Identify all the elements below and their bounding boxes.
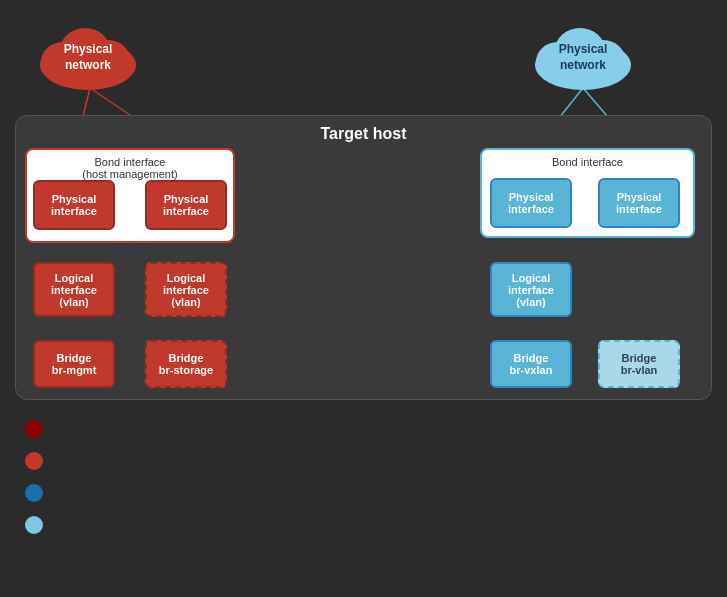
cloud-left-label: Physicalnetwork [64, 42, 113, 73]
legend-dot-dark-red [25, 420, 43, 438]
legend-dot-red [25, 452, 43, 470]
logical-interface-right-1: Logicalinterface(vlan) [490, 262, 572, 317]
legend [25, 420, 53, 548]
bond-right-label: Bond interface [490, 156, 685, 168]
bond-left-label: Bond interface(host management) [35, 156, 225, 180]
bridge-left-1: Bridgebr-mgmt [33, 340, 115, 388]
bridge-right-1: Bridgebr-vxlan [490, 340, 572, 388]
phys-interface-right-1: Physicalinterface [490, 178, 572, 228]
legend-item-2 [25, 452, 53, 470]
cloud-right-label: Physicalnetwork [559, 42, 608, 73]
legend-item-1 [25, 420, 53, 438]
cloud-right: Physicalnetwork [528, 20, 638, 95]
phys-interface-right-2: Physicalinterface [598, 178, 680, 228]
legend-item-3 [25, 484, 53, 502]
legend-item-4 [25, 516, 53, 534]
bridge-right-2: Bridgebr-vlan [598, 340, 680, 388]
target-host-label: Target host [321, 125, 407, 143]
legend-dot-dark-blue [25, 484, 43, 502]
phys-interface-left-2: Physicalinterface [145, 180, 227, 230]
phys-interface-left-1: Physicalinterface [33, 180, 115, 230]
logical-interface-left-2: Logicalinterface(vlan) [145, 262, 227, 317]
diagram-container: Physicalnetwork Physicalnetwork Target h… [0, 0, 727, 597]
logical-interface-left-1: Logicalinterface(vlan) [33, 262, 115, 317]
cloud-left: Physicalnetwork [33, 20, 143, 95]
bridge-left-2: Bridgebr-storage [145, 340, 227, 388]
legend-dot-light-blue [25, 516, 43, 534]
